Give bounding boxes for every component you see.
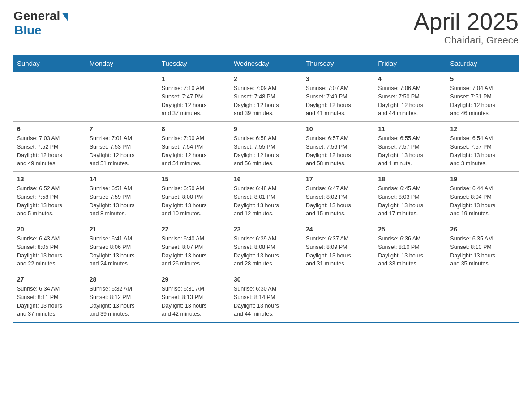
calendar-cell: 25Sunrise: 6:36 AM Sunset: 8:10 PM Dayli… <box>374 222 446 272</box>
day-number: 13 <box>17 176 82 183</box>
day-info: Sunrise: 6:37 AM Sunset: 8:09 PM Dayligh… <box>306 235 370 268</box>
logo-general-text: General <box>13 9 60 23</box>
day-info: Sunrise: 6:36 AM Sunset: 8:10 PM Dayligh… <box>378 235 442 268</box>
day-info: Sunrise: 7:07 AM Sunset: 7:49 PM Dayligh… <box>306 84 370 118</box>
calendar-cell: 4Sunrise: 7:06 AM Sunset: 7:50 PM Daylig… <box>374 72 446 122</box>
day-info: Sunrise: 6:31 AM Sunset: 8:13 PM Dayligh… <box>162 285 226 318</box>
calendar-cell <box>13 72 86 122</box>
day-number: 10 <box>306 125 370 133</box>
calendar-cell: 27Sunrise: 6:34 AM Sunset: 8:11 PM Dayli… <box>13 272 86 323</box>
day-number: 26 <box>450 226 515 233</box>
calendar-cell: 18Sunrise: 6:45 AM Sunset: 8:03 PM Dayli… <box>374 172 446 222</box>
day-number: 12 <box>450 125 515 133</box>
calendar-table: SundayMondayTuesdayWednesdayThursdayFrid… <box>13 55 519 323</box>
calendar-cell: 7Sunrise: 7:01 AM Sunset: 7:53 PM Daylig… <box>86 122 158 172</box>
day-info: Sunrise: 6:39 AM Sunset: 8:08 PM Dayligh… <box>234 235 298 268</box>
calendar-cell: 11Sunrise: 6:55 AM Sunset: 7:57 PM Dayli… <box>374 122 446 172</box>
day-number: 1 <box>162 75 226 82</box>
calendar-cell: 17Sunrise: 6:47 AM Sunset: 8:02 PM Dayli… <box>302 172 374 222</box>
calendar-cell: 10Sunrise: 6:57 AM Sunset: 7:56 PM Dayli… <box>302 122 374 172</box>
day-header-saturday: Saturday <box>446 55 519 72</box>
day-number: 30 <box>234 276 298 283</box>
calendar-cell: 20Sunrise: 6:43 AM Sunset: 8:05 PM Dayli… <box>13 222 86 272</box>
calendar-cell: 24Sunrise: 6:37 AM Sunset: 8:09 PM Dayli… <box>302 222 374 272</box>
calendar-header-row: SundayMondayTuesdayWednesdayThursdayFrid… <box>13 55 519 72</box>
day-header-sunday: Sunday <box>13 55 86 72</box>
day-info: Sunrise: 7:00 AM Sunset: 7:54 PM Dayligh… <box>162 134 226 168</box>
calendar-cell: 12Sunrise: 6:54 AM Sunset: 7:57 PM Dayli… <box>446 122 519 172</box>
day-info: Sunrise: 6:47 AM Sunset: 8:02 PM Dayligh… <box>306 184 370 218</box>
day-number: 7 <box>90 125 154 133</box>
day-header-thursday: Thursday <box>302 55 374 72</box>
day-info: Sunrise: 6:48 AM Sunset: 8:01 PM Dayligh… <box>234 184 298 218</box>
day-info: Sunrise: 6:32 AM Sunset: 8:12 PM Dayligh… <box>90 285 154 318</box>
calendar-subtitle: Chaidari, Greece <box>414 34 519 46</box>
day-info: Sunrise: 6:54 AM Sunset: 7:57 PM Dayligh… <box>450 134 515 168</box>
day-number: 18 <box>378 176 442 183</box>
day-number: 22 <box>162 226 226 233</box>
day-info: Sunrise: 7:09 AM Sunset: 7:48 PM Dayligh… <box>234 84 298 118</box>
calendar-cell <box>374 272 446 323</box>
day-number: 27 <box>17 276 82 283</box>
calendar-cell: 26Sunrise: 6:35 AM Sunset: 8:10 PM Dayli… <box>446 222 519 272</box>
day-number: 19 <box>450 176 515 183</box>
day-info: Sunrise: 6:34 AM Sunset: 8:11 PM Dayligh… <box>17 285 82 318</box>
day-number: 17 <box>306 176 370 183</box>
page-header: General Blue April 2025 Chaidari, Greece <box>13 9 519 46</box>
day-info: Sunrise: 6:58 AM Sunset: 7:55 PM Dayligh… <box>234 134 298 168</box>
title-block: April 2025 Chaidari, Greece <box>414 9 519 46</box>
calendar-cell <box>302 272 374 323</box>
day-number: 15 <box>162 176 226 183</box>
calendar-cell: 3Sunrise: 7:07 AM Sunset: 7:49 PM Daylig… <box>302 72 374 122</box>
day-number: 29 <box>162 276 226 283</box>
day-info: Sunrise: 6:51 AM Sunset: 7:59 PM Dayligh… <box>90 184 154 218</box>
day-header-tuesday: Tuesday <box>158 55 230 72</box>
day-number: 8 <box>162 125 226 133</box>
calendar-cell: 21Sunrise: 6:41 AM Sunset: 8:06 PM Dayli… <box>86 222 158 272</box>
day-header-monday: Monday <box>86 55 158 72</box>
day-info: Sunrise: 6:41 AM Sunset: 8:06 PM Dayligh… <box>90 235 154 268</box>
day-info: Sunrise: 6:50 AM Sunset: 8:00 PM Dayligh… <box>162 184 226 218</box>
calendar-cell: 29Sunrise: 6:31 AM Sunset: 8:13 PM Dayli… <box>158 272 230 323</box>
day-info: Sunrise: 6:40 AM Sunset: 8:07 PM Dayligh… <box>162 235 226 268</box>
day-number: 3 <box>306 75 370 82</box>
calendar-week-5: 27Sunrise: 6:34 AM Sunset: 8:11 PM Dayli… <box>13 272 519 323</box>
day-number: 4 <box>378 75 442 82</box>
day-info: Sunrise: 6:35 AM Sunset: 8:10 PM Dayligh… <box>450 235 515 268</box>
calendar-title: April 2025 <box>414 9 519 34</box>
calendar-cell: 14Sunrise: 6:51 AM Sunset: 7:59 PM Dayli… <box>86 172 158 222</box>
day-number: 21 <box>90 226 154 233</box>
day-number: 11 <box>378 125 442 133</box>
calendar-week-4: 20Sunrise: 6:43 AM Sunset: 8:05 PM Dayli… <box>13 222 519 272</box>
calendar-cell: 15Sunrise: 6:50 AM Sunset: 8:00 PM Dayli… <box>158 172 230 222</box>
day-info: Sunrise: 7:03 AM Sunset: 7:52 PM Dayligh… <box>17 134 82 168</box>
day-number: 14 <box>90 176 154 183</box>
calendar-cell: 23Sunrise: 6:39 AM Sunset: 8:08 PM Dayli… <box>230 222 302 272</box>
logo-blue-text: Blue <box>14 23 42 38</box>
calendar-cell: 28Sunrise: 6:32 AM Sunset: 8:12 PM Dayli… <box>86 272 158 323</box>
calendar-week-1: 1Sunrise: 7:10 AM Sunset: 7:47 PM Daylig… <box>13 72 519 122</box>
logo: General Blue <box>13 9 68 38</box>
calendar-week-2: 6Sunrise: 7:03 AM Sunset: 7:52 PM Daylig… <box>13 122 519 172</box>
day-header-friday: Friday <box>374 55 446 72</box>
calendar-cell <box>86 72 158 122</box>
calendar-cell <box>446 272 519 323</box>
day-info: Sunrise: 6:30 AM Sunset: 8:14 PM Dayligh… <box>234 285 298 318</box>
day-number: 2 <box>234 75 298 82</box>
day-info: Sunrise: 6:44 AM Sunset: 8:04 PM Dayligh… <box>450 184 515 218</box>
day-number: 20 <box>17 226 82 233</box>
calendar-cell: 9Sunrise: 6:58 AM Sunset: 7:55 PM Daylig… <box>230 122 302 172</box>
day-info: Sunrise: 6:55 AM Sunset: 7:57 PM Dayligh… <box>378 134 442 168</box>
day-info: Sunrise: 7:10 AM Sunset: 7:47 PM Dayligh… <box>162 84 226 118</box>
calendar-cell: 2Sunrise: 7:09 AM Sunset: 7:48 PM Daylig… <box>230 72 302 122</box>
calendar-cell: 5Sunrise: 7:04 AM Sunset: 7:51 PM Daylig… <box>446 72 519 122</box>
day-info: Sunrise: 6:45 AM Sunset: 8:03 PM Dayligh… <box>378 184 442 218</box>
day-info: Sunrise: 6:57 AM Sunset: 7:56 PM Dayligh… <box>306 134 370 168</box>
day-info: Sunrise: 6:43 AM Sunset: 8:05 PM Dayligh… <box>17 235 82 268</box>
calendar-cell: 13Sunrise: 6:52 AM Sunset: 7:58 PM Dayli… <box>13 172 86 222</box>
day-number: 6 <box>17 125 82 133</box>
calendar-cell: 16Sunrise: 6:48 AM Sunset: 8:01 PM Dayli… <box>230 172 302 222</box>
day-header-wednesday: Wednesday <box>230 55 302 72</box>
day-number: 23 <box>234 226 298 233</box>
day-number: 28 <box>90 276 154 283</box>
